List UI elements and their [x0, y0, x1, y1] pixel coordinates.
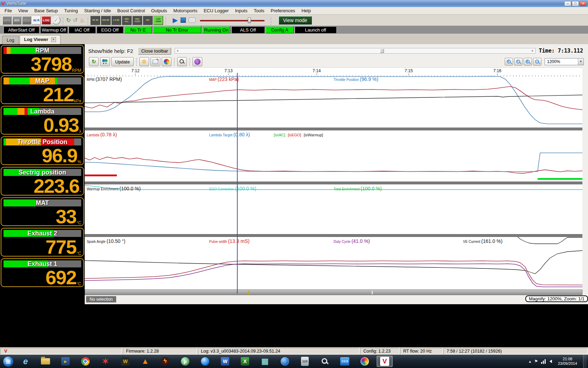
- toolbar-gps-button[interactable]: GPS: [2, 16, 12, 25]
- menu-item-tools[interactable]: Tools: [251, 7, 267, 14]
- chrome-icon[interactable]: [77, 356, 93, 367]
- menu-item-boost-control[interactable]: Boost Control: [114, 7, 148, 14]
- burn-icon[interactable]: ♨: [80, 17, 85, 23]
- edit-chart-button[interactable]: [150, 57, 160, 66]
- chart-panel-2[interactable]: Lambda (0.78 λ)Lambda Target (0.80 λ)[is…: [85, 130, 582, 182]
- toolbar-log-button[interactable]: LOG: [42, 16, 51, 25]
- vlc-cone-icon[interactable]: ▲: [137, 356, 153, 367]
- selection-bar[interactable]: [85, 289, 582, 295]
- menu-item-help[interactable]: Help: [298, 7, 314, 14]
- vemstune-icon[interactable]: V: [377, 356, 393, 367]
- zoom-level-select[interactable]: 1200% ▼: [545, 58, 584, 65]
- calculator-icon[interactable]: 123: [297, 356, 313, 367]
- menu-item-motorsports[interactable]: Motorsports: [170, 7, 201, 14]
- utorrent-icon[interactable]: µ: [177, 356, 193, 367]
- red-burst-icon[interactable]: ✶: [97, 356, 113, 367]
- menu-item-ecu-logger[interactable]: ECU Logger: [201, 7, 232, 14]
- globe-icon[interactable]: [277, 356, 293, 367]
- cc3-icon[interactable]: CC3: [337, 356, 353, 367]
- menu-item-outputs[interactable]: Outputs: [148, 7, 170, 14]
- zoom-out-button[interactable]: −: [514, 58, 523, 66]
- tab-close-icon[interactable]: ✕: [51, 37, 56, 42]
- scroll-left-icon[interactable]: ◂: [175, 48, 180, 53]
- search-button[interactable]: [177, 57, 187, 66]
- chart-panel-1[interactable]: RPM (3707 RPM)MAP (223 kPa)Throttle Posi…: [85, 75, 582, 128]
- colors-button[interactable]: [162, 57, 172, 66]
- play-button[interactable]: ▶: [173, 16, 178, 24]
- export-button[interactable]: ↓: [192, 57, 202, 66]
- stop-button[interactable]: [181, 18, 186, 23]
- maximize-button[interactable]: □: [572, 1, 579, 6]
- settings-button[interactable]: ⚙: [139, 57, 149, 66]
- taskbar-clock[interactable]: 21:08 23/09/2014: [555, 357, 580, 366]
- toolbar-ecu-button[interactable]: ECU: [22, 16, 31, 25]
- map-button-log-view[interactable]: LOG VIEW: [153, 16, 163, 25]
- replay-speed-slider[interactable]: [200, 17, 265, 23]
- view-mode-button[interactable]: View mode: [279, 16, 312, 25]
- folder-icon[interactable]: [37, 356, 54, 367]
- sync-icon: ↻: [92, 59, 96, 65]
- media-player-icon[interactable]: ▸: [57, 356, 74, 367]
- sync-button[interactable]: ↻: [89, 57, 99, 66]
- zoom-reset-button[interactable]: 1: [524, 58, 532, 66]
- minimize-button[interactable]: –: [564, 1, 571, 6]
- action-center-icon[interactable]: ⚑: [534, 359, 538, 364]
- network-icon[interactable]: [541, 359, 546, 364]
- lightning-icon[interactable]: ϟ: [157, 356, 173, 367]
- zoom-fit-button[interactable]: ↔: [533, 58, 541, 66]
- palette-icon[interactable]: [357, 356, 373, 367]
- internet-explorer-icon[interactable]: e: [18, 356, 34, 367]
- scrollbar-thumb[interactable]: [380, 49, 384, 53]
- menu-item-file[interactable]: File: [1, 7, 15, 14]
- scroll-right-icon[interactable]: ▸: [530, 48, 535, 53]
- map-button-la-2d[interactable]: LA 2D: [111, 16, 121, 25]
- start-button[interactable]: ⊞: [3, 356, 14, 367]
- tank-game-icon[interactable]: W: [117, 356, 133, 367]
- slider-thumb[interactable]: [248, 18, 251, 23]
- tray-expand-icon[interactable]: ▴: [529, 359, 531, 364]
- menu-item-base-setup[interactable]: Base Setup: [31, 7, 61, 14]
- gauge-title: Throttle Position: [4, 138, 81, 145]
- time-label: Time:: [539, 48, 555, 54]
- show-desktop-button[interactable]: [583, 355, 587, 368]
- time-cursor[interactable]: [237, 73, 238, 294]
- horizontal-scrollbar[interactable]: ◂ ▸: [175, 48, 536, 54]
- gauge-bar: Exhaust 2: [4, 230, 81, 237]
- channels-button[interactable]: [100, 57, 110, 66]
- spreadsheet-icon[interactable]: ▦: [257, 356, 273, 367]
- search-tool-icon[interactable]: [317, 356, 333, 367]
- map-button-adc-all[interactable]: ADC ALL: [122, 16, 132, 25]
- chart-stack[interactable]: RPM (3707 RPM)MAP (223 kPa)Throttle Posi…: [85, 75, 582, 289]
- map-button-iac[interactable]: IAC: [143, 16, 153, 25]
- chart-panel-4[interactable]: Spark Angle (10.50 °)Pulse width (13.3 m…: [85, 237, 582, 289]
- close-button[interactable]: ✕: [580, 1, 587, 6]
- toolbar-in-r-button[interactable]: IN R: [32, 16, 41, 25]
- close-toolbar-button[interactable]: Close toolbar: [138, 47, 171, 55]
- toolbar-n-a-button[interactable]: N/A: [12, 16, 21, 25]
- excel-icon[interactable]: X: [237, 356, 253, 367]
- reconnect-icon[interactable]: ↻: [66, 17, 71, 23]
- zoom-in-button[interactable]: +: [505, 58, 513, 66]
- tab-log[interactable]: Log: [2, 36, 19, 44]
- gauge-bar: RPM: [4, 47, 81, 54]
- blue-orb-icon[interactable]: [197, 356, 213, 367]
- word-icon[interactable]: W: [217, 356, 233, 367]
- update-button[interactable]: Update: [111, 57, 134, 66]
- menu-item-preferences[interactable]: Preferences: [267, 7, 298, 14]
- toolbar--button[interactable]: ✓: [51, 16, 61, 25]
- tab-log-viewer[interactable]: Log Viewer✕: [20, 35, 61, 44]
- menu-item-inputs[interactable]: Inputs: [232, 7, 251, 14]
- statusbar-section-4: RT flow: 20 Hz: [400, 348, 443, 354]
- map-button-adc-cust[interactable]: ADC CUST: [132, 16, 142, 25]
- disconnect-icon[interactable]: ↺: [73, 17, 77, 23]
- legend-name: Lambda Target: [209, 133, 233, 137]
- chart-panel-3[interactable]: Warmup Enrichment (100.0 %)EGO Correctio…: [85, 184, 582, 234]
- chart-divider: [85, 234, 582, 237]
- volume-icon[interactable]: [550, 360, 552, 363]
- map-button-ve-3d[interactable]: VE 3D: [90, 16, 100, 25]
- comment-icon[interactable]: …: [189, 18, 196, 23]
- map-button-ign-2d[interactable]: IGN 2D: [101, 16, 111, 25]
- menu-item-tuning[interactable]: Tuning: [61, 7, 81, 14]
- menu-item-starting-idle[interactable]: Starting / Idle: [81, 7, 114, 14]
- menu-item-view[interactable]: View: [15, 7, 31, 14]
